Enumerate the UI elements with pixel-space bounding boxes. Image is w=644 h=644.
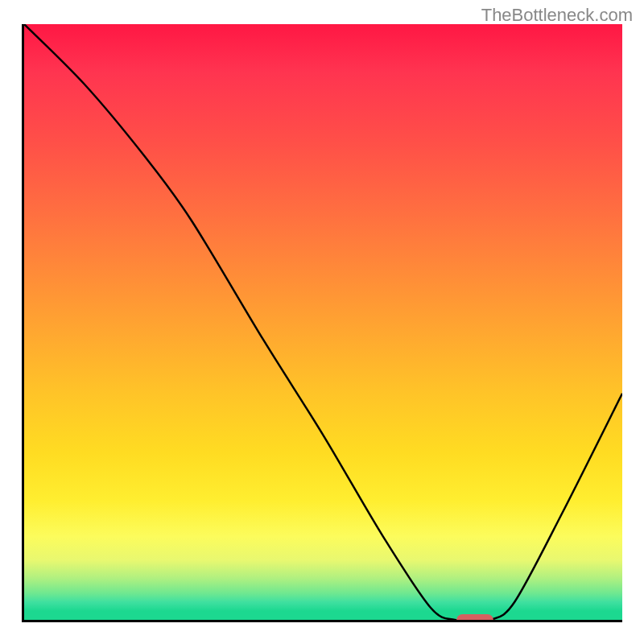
- watermark-text: TheBottleneck.com: [481, 5, 633, 26]
- bottleneck-curve: [24, 24, 622, 620]
- chart-plot-area: [22, 24, 622, 622]
- optimal-marker: [456, 614, 493, 622]
